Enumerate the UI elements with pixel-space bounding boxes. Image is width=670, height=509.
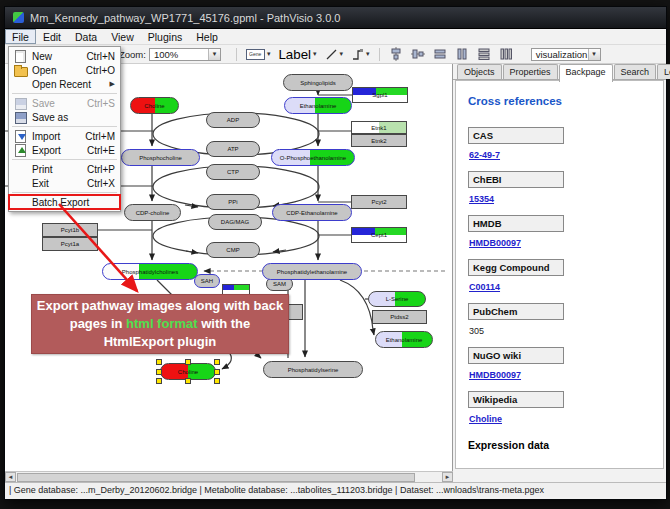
- visualization-combobox[interactable]: visualization ▾: [531, 48, 601, 61]
- menubar-item-edit[interactable]: Edit: [36, 29, 68, 44]
- node-cdp-ethanolamine[interactable]: CDP-Ethanolamine: [272, 204, 352, 221]
- node-phosphatidylethanolamine[interactable]: Phosphatidylethanolamine: [262, 263, 362, 280]
- titlebar[interactable]: Mm_Kennedy_pathway_WP1771_45176.gpml - P…: [5, 7, 666, 29]
- node-o-phosphoethanolamine[interactable]: O-Phosphoethanolamine: [271, 149, 355, 166]
- node-adp[interactable]: ADP: [206, 112, 260, 128]
- file-menu-item-batch-export[interactable]: Batch Export: [9, 195, 120, 209]
- selection-handle[interactable]: [214, 378, 220, 384]
- tab-backpage[interactable]: Backpage: [559, 64, 613, 82]
- chevron-down-icon[interactable]: ▾: [588, 49, 600, 60]
- selection-handle[interactable]: [185, 359, 191, 365]
- link-hmdb00097[interactable]: HMDB00097: [469, 238, 521, 248]
- node-sah[interactable]: SAH: [194, 274, 220, 288]
- file-menu-item-save-as[interactable]: Save as: [9, 110, 120, 124]
- selection-handle[interactable]: [214, 359, 220, 365]
- link-62-49-7[interactable]: 62-49-7: [469, 150, 500, 160]
- line-tool-button[interactable]: ▾: [322, 46, 347, 62]
- selection-handle[interactable]: [214, 369, 220, 375]
- node-ptdss2[interactable]: Ptdss2: [372, 310, 427, 324]
- annotation-callout: Export pathway images along with back pa…: [31, 294, 289, 354]
- chevron-down-icon[interactable]: ▾: [208, 49, 220, 60]
- chevron-down-icon[interactable]: ▾: [267, 50, 271, 58]
- menu-item-label: New: [32, 51, 52, 62]
- file-menu-item-export[interactable]: ExportCtrl+E: [9, 143, 120, 157]
- tab-search[interactable]: Search: [614, 64, 657, 79]
- file-menu-item-open-recent[interactable]: Open Recent▶: [9, 77, 120, 91]
- node-ethanolamine[interactable]: Ethanolamine: [284, 97, 352, 114]
- node-cept1[interactable]: Cept1: [351, 227, 407, 243]
- link-15354[interactable]: 15354: [469, 194, 494, 204]
- stack-vertical-button[interactable]: [496, 46, 516, 62]
- new-page-icon: [13, 50, 28, 62]
- node-pcyt2[interactable]: Pcyt2: [351, 195, 407, 209]
- align-center-x-button[interactable]: [386, 46, 406, 62]
- file-menu-item-import[interactable]: ImportCtrl+M: [9, 129, 120, 143]
- node-ethanolamine[interactable]: Ethanolamine: [375, 331, 433, 348]
- zoom-combobox[interactable]: 100% ▾: [149, 48, 221, 61]
- menubar-item-file[interactable]: File: [5, 29, 36, 44]
- node-phosphatidylserine[interactable]: Phosphatidylserine: [263, 361, 363, 378]
- align-center-y-button[interactable]: [408, 46, 428, 62]
- node-ctp[interactable]: CTP: [206, 164, 260, 180]
- node-choline[interactable]: Choline: [130, 97, 179, 114]
- file-menu-item-exit[interactable]: ExitCtrl+X: [9, 176, 120, 190]
- node-pcyt1b[interactable]: Pcyt1b: [42, 223, 98, 237]
- node-sphingolipids[interactable]: Sphingolipids: [283, 74, 353, 91]
- menu-item-label: Export: [32, 145, 61, 156]
- file-menu-item-save[interactable]: SaveCtrl+S: [9, 96, 120, 110]
- menubar-item-view[interactable]: View: [104, 29, 141, 44]
- node-l-serine[interactable]: L-Serine: [368, 291, 426, 307]
- node-phosphatidylcholines[interactable]: Phosphatidylcholines: [102, 263, 198, 280]
- tab-properties[interactable]: Properties: [503, 64, 558, 79]
- scroll-left-icon[interactable]: ◄: [5, 472, 16, 482]
- common-height-button[interactable]: [452, 46, 472, 62]
- link-hmdb00097[interactable]: HMDB00097: [469, 370, 521, 380]
- menu-item-label: Print: [32, 164, 53, 175]
- side-panel: ObjectsPropertiesBackpageSearchLegend Cr…: [453, 64, 666, 471]
- annotation-highlight: html format: [126, 316, 198, 331]
- backpage-section-nugo-wiki: NuGO wikiHMDB00097: [468, 347, 653, 391]
- menu-separator: [12, 159, 117, 160]
- node-sgpl1[interactable]: Sgpl1: [352, 87, 408, 103]
- stack-horizontal-button[interactable]: [474, 46, 494, 62]
- chevron-down-icon[interactable]: ▾: [340, 50, 344, 58]
- node-atp[interactable]: ATP: [206, 141, 260, 157]
- menu-item-shortcut: Ctrl+X: [87, 178, 115, 189]
- datanode-tool-button[interactable]: Gene ▾: [243, 46, 274, 62]
- selection-handle[interactable]: [156, 378, 162, 384]
- section-title-hmdb: HMDB: [468, 215, 564, 232]
- node-pcyt1a[interactable]: Pcyt1a: [42, 237, 98, 251]
- horizontal-scrollbar[interactable]: ◄ ►: [5, 471, 453, 482]
- node-dag-mag[interactable]: DAG/MAG: [208, 214, 262, 230]
- annotation-line2-pre: pages in: [70, 316, 126, 331]
- tab-legend[interactable]: Legend: [657, 64, 670, 79]
- chevron-down-icon[interactable]: ▾: [366, 50, 370, 58]
- node-cdp-choline[interactable]: CDP-choline: [124, 204, 181, 221]
- file-menu-item-print[interactable]: PrintCtrl+P: [9, 162, 120, 176]
- menubar-item-plugins[interactable]: Plugins: [141, 29, 189, 44]
- backpage-section-pubchem: PubChem305: [468, 303, 653, 347]
- file-menu-item-open[interactable]: OpenCtrl+O: [9, 63, 120, 77]
- common-width-button[interactable]: [430, 46, 450, 62]
- link-choline[interactable]: Choline: [469, 414, 502, 424]
- menu-separator: [12, 93, 117, 94]
- file-menu-item-new[interactable]: NewCtrl+N: [9, 49, 120, 63]
- label-tool-button[interactable]: Label ▾: [275, 46, 319, 62]
- tab-objects[interactable]: Objects: [457, 64, 502, 79]
- selection-handle[interactable]: [185, 378, 191, 384]
- scrollbar-thumb[interactable]: [17, 473, 415, 482]
- selection-handle[interactable]: [156, 359, 162, 365]
- node-cmp[interactable]: CMP: [206, 242, 260, 258]
- node-etnk2[interactable]: Etnk2: [351, 134, 407, 147]
- link-c00114[interactable]: C00114: [469, 282, 500, 292]
- scroll-right-icon[interactable]: ►: [442, 472, 453, 482]
- import-icon: [13, 130, 28, 142]
- node-etnk1[interactable]: Etnk1: [351, 121, 407, 134]
- selection-handle[interactable]: [156, 369, 162, 375]
- menubar-item-help[interactable]: Help: [189, 29, 225, 44]
- menubar-item-data[interactable]: Data: [68, 29, 104, 44]
- node-phosphocholine[interactable]: Phosphocholine: [121, 149, 200, 166]
- chevron-down-icon[interactable]: ▾: [313, 50, 317, 58]
- node-ppi[interactable]: PPi: [206, 194, 260, 210]
- connector-tool-button[interactable]: ▾: [348, 46, 373, 62]
